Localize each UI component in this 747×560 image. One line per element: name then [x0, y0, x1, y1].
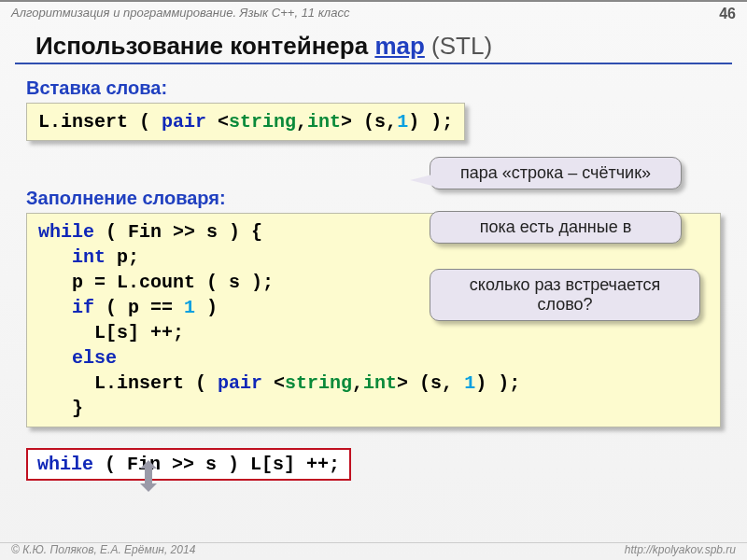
callout-count: сколько раз встречается слово?: [430, 269, 700, 321]
footer: © К.Ю. Поляков, Е.А. Ерёмин, 2014 http:/…: [0, 542, 747, 556]
title-suffix: (STL): [425, 32, 492, 60]
callout-pair: пара «строка – счётчик»: [430, 157, 682, 189]
page-number: 46: [719, 6, 736, 22]
callout-while: пока есть данные в: [430, 211, 682, 244]
arrow-equivalence-icon: [140, 460, 157, 492]
code-insert: L.insert ( pair <string,int> (s,1) );: [26, 103, 465, 141]
title-prefix: Использование контейнера: [35, 32, 374, 60]
footer-copyright: © К.Ю. Поляков, Е.А. Ерёмин, 2014: [11, 543, 195, 556]
code-short: while ( Fin >> s ) L[s] ++;: [26, 448, 351, 481]
footer-url: http://kpolyakov.spb.ru: [625, 543, 736, 556]
section-insert-label: Вставка слова:: [26, 77, 721, 99]
course-title: Алгоритмизация и программирование. Язык …: [11, 6, 349, 22]
section-fill-label: Заполнение словаря:: [26, 188, 721, 209]
slide-title: Использование контейнера map (STL): [15, 26, 732, 64]
header-bar: Алгоритмизация и программирование. Язык …: [0, 2, 747, 26]
title-link-map: map: [374, 32, 424, 60]
